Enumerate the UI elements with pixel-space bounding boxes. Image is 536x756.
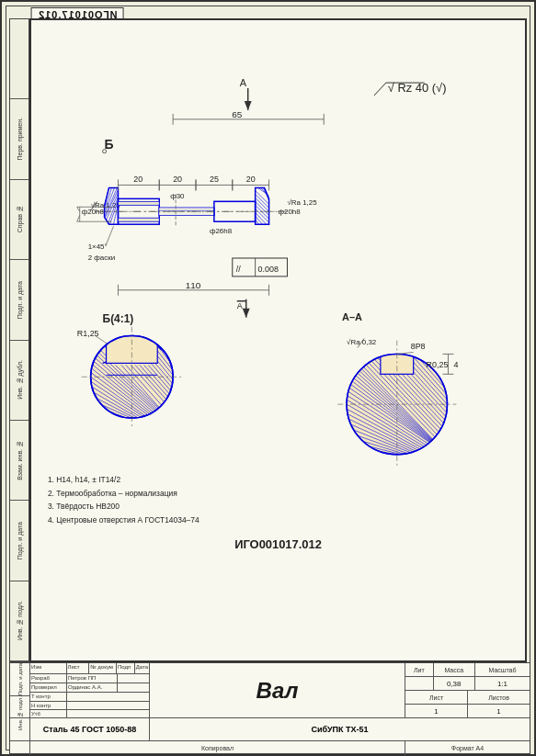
note-3: 3. Твёрдость НВ200 xyxy=(48,502,120,511)
tb-h5: Дата xyxy=(135,663,149,673)
dim-110: 110 xyxy=(186,280,201,290)
dim-20-right: 20 xyxy=(246,175,256,184)
tb-row-3: Проверил Ординас А.А. xyxy=(30,683,149,693)
dim-phi30: ф30 xyxy=(170,192,185,200)
tb-row-6: Утб xyxy=(30,710,149,718)
svg-line-35 xyxy=(256,201,269,215)
margin-section-8: Инв. № подл. xyxy=(10,581,29,661)
arrow-a-bottom: А xyxy=(237,301,243,310)
chamfer-note-1: 1×45° xyxy=(88,243,108,251)
tb-sheet-header: Лист Листов xyxy=(405,691,530,705)
dim-20-mid: 20 xyxy=(173,175,182,184)
dim-phi20h8-left: ф20h8 xyxy=(82,208,105,216)
margin-text-3: Справ № xyxy=(17,206,23,232)
tb-massa-label: Масса xyxy=(434,663,475,676)
margin-text-6: Взам. инв. № xyxy=(17,441,23,480)
margin-section-5: Инв. № дубл. xyxy=(10,341,29,421)
note-1: 1. Н14, h14, ± IT14/2 xyxy=(48,475,121,484)
tb-right-header: Лит Масса Масштаб xyxy=(405,663,530,677)
svg-line-31 xyxy=(264,187,269,200)
tb-r2-c1: Разраб xyxy=(30,674,67,683)
margin-text-7: Подп. и дата xyxy=(17,522,23,559)
tb-h1: Изм xyxy=(30,663,67,673)
page: Перв. примен. Справ № Подп. и дата Инв. … xyxy=(0,0,536,756)
dim-8p8: 8P8 xyxy=(411,342,426,351)
margin-text-8: Инв. № подл. xyxy=(17,601,23,640)
tb-h2: Лист xyxy=(67,663,90,673)
view-b-scale: Б(4:1) xyxy=(103,312,134,325)
tb-mass-value: 0,38 xyxy=(434,677,475,690)
tb-r3-c1: Проверил xyxy=(30,683,67,692)
tb-strip-label-2: Инв. № подл. xyxy=(17,696,23,730)
tb-scale-value: 1:1 xyxy=(475,677,530,690)
tb-r5-rest xyxy=(67,702,149,709)
tb-header-row: Изм Лист № докум Подп Дата xyxy=(30,663,149,674)
tb-sheet-values: 1 1 xyxy=(405,705,530,718)
tb-sheet-label: Лист xyxy=(405,691,468,704)
dim-4: 4 xyxy=(453,360,458,369)
svg-line-89 xyxy=(164,336,173,353)
note-4: 4. Центровые отверстия А ГОСТ14034–74 xyxy=(48,515,200,525)
tb-lit-value xyxy=(405,677,434,690)
tb-r4-rest xyxy=(67,693,149,701)
tb-r3-rest xyxy=(118,683,149,692)
tb-strip-label-1: Подп. и дата xyxy=(17,663,23,695)
tb-sheets-label: Листов xyxy=(468,691,530,704)
tb-sheet-value: 1 xyxy=(405,705,468,717)
tb-sheets-value: 1 xyxy=(468,705,530,717)
svg-marker-3 xyxy=(245,101,252,110)
svg-line-160 xyxy=(397,352,414,354)
tolerance-symbol: // xyxy=(236,265,241,274)
tb-format-label: Формат А4 xyxy=(405,741,530,755)
tb-material: Сталь 45 ГОСТ 1050-88 xyxy=(30,718,150,740)
doc-number-bottom: ИГО001017.012 xyxy=(234,537,322,551)
tb-row-4: Т контр xyxy=(30,693,149,702)
svg-line-0 xyxy=(374,83,386,96)
roughness-aa: √Ra 0,32 xyxy=(347,338,377,346)
dim-phi26h8: ф26h8 xyxy=(210,227,233,235)
tb-kopir-label: Копировал xyxy=(30,741,405,755)
margin-text-4: Подп. и дата xyxy=(17,281,23,319)
tb-right-cells: Лит Масса Масштаб 0,38 1:1 Лист Листов 1… xyxy=(405,663,530,717)
svg-line-34 xyxy=(256,197,269,211)
dim-r0-25: R0,25 xyxy=(427,360,449,369)
tb-h3: № докум xyxy=(89,663,117,673)
tb-person-rows: Изм Лист № докум Подп Дата Разраб Петров… xyxy=(30,663,150,717)
tb-masshtab-label: Масштаб xyxy=(475,663,530,676)
tb-org: СибУПК ТХ-51 xyxy=(150,718,530,740)
tb-strip-1: Подп. и дата xyxy=(10,663,29,696)
svg-line-36 xyxy=(256,205,269,219)
tb-r2-c2: Петров ПП xyxy=(67,674,118,683)
inner-frame: √ Rz 40 (√) А 65 Б √Ra 1,25 xyxy=(29,18,527,662)
dim-65: 65 xyxy=(232,109,243,119)
margin-section-3: Справ № xyxy=(10,180,29,260)
dim-phi20h8-right: ф20h8 xyxy=(279,208,302,216)
dim-25: 25 xyxy=(210,175,219,184)
svg-rect-20 xyxy=(118,201,159,205)
note-2: 2. Термообработка – нормализация xyxy=(48,489,177,498)
tb-r2-rest xyxy=(118,674,149,683)
tb-r5-c1: Н контр xyxy=(30,702,67,709)
margin-section-1 xyxy=(10,19,29,99)
tb-part-name-area: Вал xyxy=(150,663,405,717)
margin-section-7: Подп. и дата xyxy=(10,501,29,581)
tb-r3-c2: Ординас А.А. xyxy=(67,683,118,692)
tb-lit-label: Лит xyxy=(405,663,434,676)
tb-kopir-strip xyxy=(10,741,30,755)
roughness-right: √Ra 1,25 xyxy=(287,198,317,207)
tb-left-strip: Подп. и дата Инв. № подл. xyxy=(10,663,30,717)
svg-marker-68 xyxy=(243,309,250,318)
margin-text-5: Инв. № дубл. xyxy=(17,360,23,400)
svg-line-47 xyxy=(77,215,80,221)
tolerance-value: 0.008 xyxy=(258,265,279,274)
tb-kopir-row: Копировал Формат А4 xyxy=(10,741,530,755)
tb-row-2: Разраб Петров ПП xyxy=(30,674,149,683)
svg-rect-21 xyxy=(118,218,159,221)
svg-line-37 xyxy=(256,209,269,222)
arrow-a-label-top: А xyxy=(240,77,247,88)
title-block: Подп. и дата Инв. № подл. Изм Лист № док… xyxy=(9,662,530,754)
left-margin-strip: Перв. примен. Справ № Подп. и дата Инв. … xyxy=(9,18,29,662)
margin-section-6: Взам. инв. № xyxy=(10,421,29,501)
margin-text-2: Перв. примен. xyxy=(17,118,23,161)
tb-row-5: Н контр xyxy=(30,702,149,710)
